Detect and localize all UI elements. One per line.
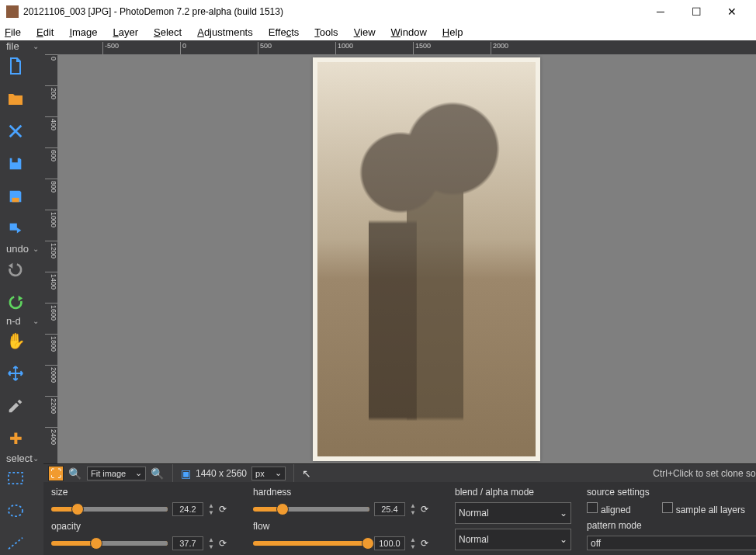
cursor-icon: ↖ [302,467,311,480]
flow-slider[interactable] [253,541,369,546]
image-dimensions: 1440 x 2560 [196,468,247,479]
svg-rect-0 [9,473,23,484]
size-spinner[interactable]: ▲▼ [208,502,214,516]
unit-select[interactable]: px⌄ [251,467,286,480]
eyedropper-icon[interactable] [5,395,26,417]
size-reset-icon[interactable]: ⟳ [219,504,227,515]
hint-text: Ctrl+Click to set clone source [653,468,756,479]
save-as-icon[interactable] [5,186,26,207]
zoom-select[interactable]: Fit image⌄ [87,467,146,480]
blend-mode-select[interactable]: Normal⌄ [455,502,571,524]
menu-layer[interactable]: Layer [113,26,139,38]
fit-window-icon[interactable]: ⛶ [48,466,64,481]
rect-select-icon[interactable] [5,467,26,489]
hardness-spinner[interactable]: ▲▼ [410,502,416,516]
section-file[interactable]: file⌄ [0,40,43,52]
status-bar: ⛶ 🔍 Fit image⌄ 🔍 ▣ 1440 x 2560 px⌄ ↖ Ctr… [43,463,756,482]
zoom-in-icon[interactable]: 🔍 [151,463,165,484]
image-canvas[interactable] [313,57,540,461]
aligned-checkbox[interactable]: aligned [587,502,631,515]
menu-select[interactable]: Select [154,26,182,38]
hardness-label: hardness [253,487,439,498]
hardness-reset-icon[interactable]: ⟳ [421,504,428,515]
menu-help[interactable]: Help [442,26,463,38]
source-settings-label: source settings [587,487,650,498]
menu-effects[interactable]: Effects [269,26,300,38]
left-toolbox: file⌄ undo⌄ n-d⌄ ✋ ✚ select⌄ [0,40,43,555]
svg-line-2 [9,538,23,549]
menu-adjustments[interactable]: Adjustments [197,26,253,38]
sample-all-checkbox[interactable]: sample all layers [662,502,745,515]
menu-window[interactable]: Window [391,26,427,38]
app-icon [6,5,19,18]
undo-icon[interactable] [5,258,26,279]
section-select[interactable]: select⌄ [0,453,43,464]
ruler-horizontal: -500 0 500 1000 1500 2000 [71,40,756,54]
size-label: size [51,487,238,498]
redo-icon[interactable] [5,290,26,312]
minimize-button[interactable]: ─ [643,0,678,23]
close-x-icon[interactable] [5,120,26,142]
opacity-spinner[interactable]: ▲▼ [208,536,214,550]
section-nd[interactable]: n-d⌄ [0,315,43,327]
close-button[interactable]: ✕ [714,0,750,23]
line-select-icon[interactable] [5,532,26,554]
flow-label: flow [253,521,439,532]
open-folder-icon[interactable] [5,88,26,109]
menu-view[interactable]: View [354,26,376,38]
titlebar: 20121106_003 [JPG] - PhotoDemon 7.2 pre-… [0,0,756,23]
export-icon[interactable] [5,218,26,240]
section-undo[interactable]: undo⌄ [0,243,43,255]
opacity-slider[interactable] [51,541,168,546]
new-file-icon[interactable] [5,55,26,77]
maximize-button[interactable]: ☐ [678,0,714,23]
hand-tool-icon[interactable]: ✋ [5,330,26,352]
hardness-value[interactable]: 25.4 [374,502,405,516]
opacity-label: opacity [51,521,238,532]
menu-edit[interactable]: Edit [36,26,54,38]
move-tool-icon[interactable] [5,362,26,384]
canvas-viewport[interactable] [57,54,756,463]
menu-image[interactable]: Image [69,26,97,38]
flow-spinner[interactable]: ▲▼ [410,536,416,550]
tool-options-bar: size 24.2 ▲▼ ⟳ opacity 37.7 ▲▼ ⟳ hardnes… [43,482,756,555]
flow-value[interactable]: 100.0 [374,536,405,550]
opacity-value[interactable]: 37.7 [172,536,203,550]
image-size-icon: ▣ [181,467,191,480]
ellipse-select-icon[interactable] [5,500,26,522]
ruler-corner [43,40,57,54]
menu-tools[interactable]: Tools [314,26,338,38]
size-slider[interactable] [51,507,168,512]
ruler-vertical: 0 200 400 600 800 1000 1200 1400 1600 18… [43,54,57,463]
size-value[interactable]: 24.2 [172,502,203,516]
zoom-out-icon[interactable]: 🔍 [68,463,82,484]
save-icon[interactable] [5,153,26,175]
svg-point-1 [9,505,23,516]
pattern-mode-select[interactable]: off⌄ [587,536,756,550]
measure-tool-icon[interactable]: ✚ [5,428,26,449]
alpha-mode-select[interactable]: Normal⌄ [455,529,571,550]
menubar: File Edit Image Layer Select Adjustments… [0,23,756,40]
window-title: 20121106_003 [JPG] - PhotoDemon 7.2 pre-… [23,6,643,17]
pattern-mode-label: pattern mode [587,520,756,531]
menu-file[interactable]: File [5,26,21,38]
blend-mode-label: blend / alpha mode [455,487,571,498]
canvas-area: -500 0 500 1000 1500 2000 0 200 400 600 … [43,40,756,555]
flow-reset-icon[interactable]: ⟳ [421,538,428,549]
hardness-slider[interactable] [253,507,369,512]
opacity-reset-icon[interactable]: ⟳ [219,538,227,549]
